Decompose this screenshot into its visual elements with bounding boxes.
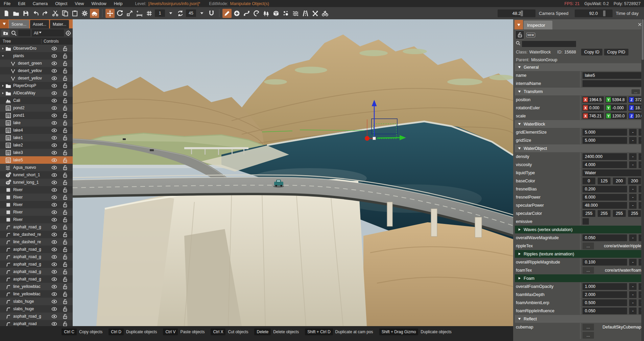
lock-icon[interactable] <box>62 306 68 312</box>
menu-object[interactable]: Object <box>51 1 71 6</box>
mesh-tools-icon[interactable] <box>311 9 320 18</box>
visibility-eye-icon[interactable] <box>51 46 57 51</box>
menu-window[interactable]: Window <box>88 1 110 6</box>
snap-size-field[interactable]: 1 <box>155 9 165 17</box>
color-channel-input[interactable]: 200 <box>628 178 641 184</box>
visibility-eye-icon[interactable] <box>51 224 57 230</box>
decrement-button[interactable]: - <box>629 129 637 136</box>
lock-icon[interactable] <box>62 113 68 118</box>
viewport-3d-scene[interactable] <box>73 19 513 326</box>
color-channel-input[interactable]: 255 <box>582 210 595 217</box>
property-text-input[interactable]: Water <box>582 169 641 176</box>
paste-icon[interactable] <box>70 9 79 18</box>
decrement-button[interactable]: - <box>629 161 637 168</box>
property-number-input[interactable]: 2400.000 <box>582 153 627 160</box>
inspector-menu-chevron-icon[interactable] <box>515 20 523 29</box>
visibility-eye-icon[interactable] <box>51 113 57 118</box>
inspector-lock-button[interactable] <box>515 30 524 39</box>
visibility-eye-icon[interactable] <box>51 187 57 193</box>
lock-icon[interactable] <box>62 239 68 245</box>
tree-item-lake5[interactable]: lake5 <box>0 156 73 164</box>
tree-item-tunnel_short_1[interactable]: 2tunnel_short_1 <box>0 171 73 179</box>
tree-item-slabs_huge[interactable]: slabs_huge <box>0 298 73 305</box>
tree-item-asphalt_road[interactable]: asphalt_road <box>0 320 73 326</box>
browse-button[interactable]: ... <box>582 267 594 274</box>
lock-icon[interactable] <box>62 187 68 193</box>
copy-id-button[interactable]: Copy ID <box>581 49 602 55</box>
lock-icon[interactable] <box>62 180 68 185</box>
section-waves-vertex-undulation-[interactable]: Waves (vertex undulation) <box>515 226 641 233</box>
terrain-snap-icon[interactable] <box>207 9 216 18</box>
decrement-button[interactable]: - <box>629 202 637 209</box>
tree-search-input[interactable] <box>18 30 30 36</box>
tree-item-aidecalway[interactable]: AIDecalWay <box>0 89 73 97</box>
tab-asset[interactable]: Asset... <box>30 20 49 28</box>
target-filter-icon[interactable] <box>65 30 71 36</box>
visibility-eye-icon[interactable] <box>51 83 57 89</box>
visibility-eye-icon[interactable] <box>51 68 57 74</box>
tree-item-pond1[interactable]: pond1 <box>0 112 73 119</box>
section-foam[interactable]: Foam <box>515 274 641 282</box>
section-general[interactable]: General <box>515 63 641 71</box>
property-number-input[interactable]: 1.000 <box>582 283 627 290</box>
lock-icon[interactable] <box>62 172 68 178</box>
color-channel-input[interactable]: 255 <box>628 210 641 217</box>
camera-speed-input[interactable]: 48.2 <box>498 9 535 17</box>
section-transform[interactable]: Transform... <box>515 88 641 95</box>
y-field[interactable]: Y-0.000 <box>605 105 627 111</box>
visibility-eye-icon[interactable] <box>51 90 57 96</box>
vehicle-tool-icon[interactable] <box>90 9 99 18</box>
x-field[interactable]: X0.000 <box>582 105 604 111</box>
lock-icon[interactable] <box>62 224 68 230</box>
visibility-eye-icon[interactable] <box>51 299 57 304</box>
tree-item-river[interactable]: River <box>0 201 73 208</box>
tab-scene[interactable]: Scene... <box>9 20 29 28</box>
grid-snap-icon[interactable] <box>145 9 154 18</box>
decrement-button[interactable]: - <box>629 283 637 290</box>
y-field[interactable]: Y1200.0 <box>605 113 627 119</box>
decrement-button[interactable]: - <box>629 308 637 314</box>
lock-icon[interactable] <box>62 135 68 141</box>
visibility-eye-icon[interactable] <box>51 165 57 170</box>
property-text-input[interactable] <box>582 80 641 87</box>
property-number-input[interactable]: 0.200 <box>582 186 627 192</box>
cut-icon[interactable] <box>51 9 60 18</box>
menu-view[interactable]: View <box>71 1 88 6</box>
panel-menu-chevron-icon[interactable] <box>0 19 8 28</box>
lock-icon[interactable] <box>62 150 68 156</box>
lock-icon[interactable] <box>62 195 68 200</box>
color-channel-input[interactable]: 200 <box>613 178 626 184</box>
browse-button[interactable]: ... <box>582 243 594 249</box>
decrement-button[interactable]: - <box>629 194 637 201</box>
tree-item-slabs_huge[interactable]: slabs_huge <box>0 305 73 313</box>
visibility-eye-icon[interactable] <box>51 217 57 223</box>
add-object-icon[interactable] <box>232 9 241 18</box>
lock-icon[interactable] <box>62 254 68 260</box>
property-number-input[interactable]: 0.500 <box>582 299 627 306</box>
tree-item-tunnel_long_1[interactable]: 2tunnel_long_1 <box>0 179 73 186</box>
tree-item-cali[interactable]: Cali <box>0 97 73 104</box>
lock-icon[interactable] <box>62 83 68 89</box>
tree-item-plants[interactable]: plants <box>0 52 73 60</box>
tree-item-river[interactable]: River <box>0 208 73 216</box>
tree-item-lake[interactable]: lake <box>0 119 73 127</box>
caret-right-icon[interactable] <box>0 47 5 50</box>
section-waterobject[interactable]: WaterObject <box>515 144 641 152</box>
lock-icon[interactable] <box>62 128 68 133</box>
lock-icon[interactable] <box>62 75 68 81</box>
snap-size-dropdown[interactable] <box>166 9 175 18</box>
particle-tool-icon[interactable] <box>281 9 290 18</box>
scale-gizmo-icon[interactable] <box>125 9 134 18</box>
visibility-eye-icon[interactable] <box>51 269 57 275</box>
property-number-input[interactable]: 0.100 <box>582 259 627 266</box>
visibility-eye-icon[interactable] <box>51 254 57 260</box>
lock-icon[interactable] <box>62 262 68 267</box>
visibility-eye-icon[interactable] <box>51 239 57 245</box>
move-gizmo-icon[interactable] <box>105 9 115 18</box>
lock-icon[interactable] <box>62 165 68 170</box>
menu-camera[interactable]: Camera <box>29 1 51 6</box>
new-file-icon[interactable] <box>2 9 11 18</box>
measure-tool-icon[interactable] <box>135 9 144 18</box>
property-number-input[interactable]: 48.000 <box>582 202 627 209</box>
tree-item-playerdropp[interactable]: PlayerDropP <box>0 82 73 89</box>
